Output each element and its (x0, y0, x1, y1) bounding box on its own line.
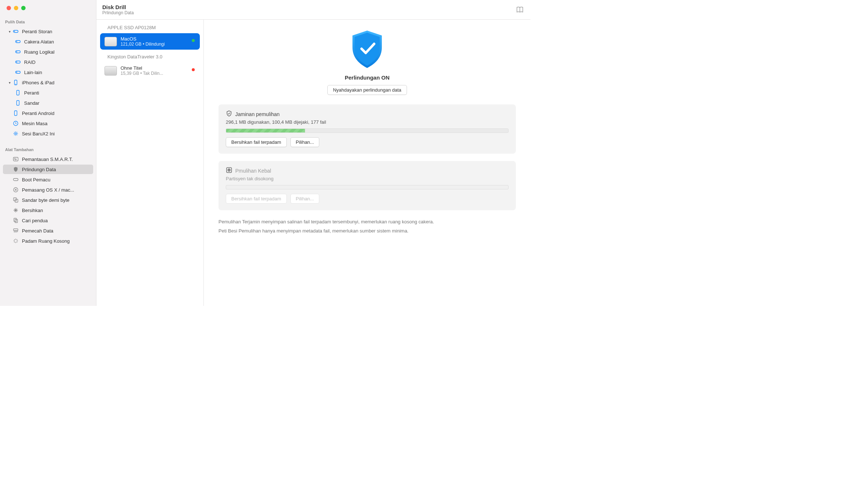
disk-icon (12, 28, 19, 35)
sidebar-label: Lain-lain (24, 70, 42, 75)
sidebar-item-osx-installer[interactable]: ▾ Pemasang OS X / mac... (3, 185, 93, 195)
svg-point-28 (229, 170, 229, 170)
sidebar-item-storage-devices[interactable]: ▾ Peranti Storan (3, 27, 93, 36)
recovery-vault-card: Pmulihan Kebal Partisyen tak disokong Be… (218, 161, 516, 210)
status-dot-unprotected (192, 68, 195, 71)
svg-rect-18 (14, 178, 18, 181)
device-group-header: Kingston DataTraveler 3.0 (96, 52, 203, 61)
vault-progress (226, 185, 509, 189)
fullscreen-window-button[interactable] (21, 6, 26, 10)
shield-check-icon (350, 29, 385, 69)
svg-point-7 (16, 62, 17, 62)
device-list: APPLE SSD AP0128M MacOS 121,02 GB • Dili… (96, 0, 204, 306)
footer-text: Pemulihan Terjamin menyimpan salinan fai… (218, 218, 516, 235)
sidebar-item-other[interactable]: Lain-lain (3, 68, 93, 77)
svg-rect-26 (226, 168, 232, 173)
device-row-ohne-titel[interactable]: Ohne Titel 15,39 GB • Tak Dilin... (100, 62, 200, 79)
protection-status: Perlindungan ON (218, 74, 516, 81)
sidebar-item-smart[interactable]: ▾ Pemantauan S.M.A.R.T. (3, 154, 93, 164)
sidebar-label: Pemasang OS X / mac... (22, 187, 74, 193)
device-row-macos[interactable]: MacOS 121,02 GB • Dilindungi (100, 33, 200, 50)
options-button-disabled: Pilihan... (290, 194, 320, 204)
disk-icon (15, 49, 21, 55)
sidebar-item-cleanup[interactable]: ▾ Bersihkan (3, 205, 93, 215)
phone-icon (12, 110, 19, 116)
recovery-progress (226, 128, 509, 133)
external-drive-icon (104, 66, 117, 76)
main-content: Disk Drill Prlindungn Data Perlindungan … (204, 0, 530, 306)
svg-point-1 (14, 31, 15, 31)
sidebar-label: Pemantauan S.M.A.R.T. (22, 157, 73, 162)
sidebar-section-tools: Alat Tambahan (0, 145, 96, 154)
device-sub: 121,02 GB • Dilindungi (121, 42, 195, 47)
sidebar-item-boot-drive[interactable]: ▾ Boot Pemacu (3, 175, 93, 184)
device-sub: 15,39 GB • Tak Dilin... (121, 71, 195, 76)
sidebar-label: Ruang Logikal (24, 49, 54, 55)
svg-rect-24 (14, 229, 18, 231)
phone-icon (12, 79, 19, 86)
disk-icon (15, 38, 21, 45)
sidebar-item-dock[interactable]: Sandar (3, 98, 93, 108)
chevron-down-icon: ▾ (7, 81, 12, 85)
close-window-button[interactable] (7, 6, 11, 10)
svg-point-5 (16, 51, 17, 52)
footer-line-1: Pemulihan Terjamin menyimpan salinan fai… (218, 218, 516, 227)
sidebar-label: Padam Ruang Kosong (22, 238, 70, 244)
svg-rect-12 (17, 91, 19, 95)
disk-icon (15, 59, 21, 65)
sidebar-label: Cakera Alatan (24, 39, 54, 45)
sidebar-label: Sandar (24, 100, 39, 106)
sidebar-label: Mesin Masa (22, 121, 47, 126)
sidebar-label: Sandar byte demi byte (22, 197, 69, 203)
sidebar-item-data-protection[interactable]: ▾ Prlindungn Data (3, 165, 93, 174)
sidebar-item-new-session[interactable]: ▾ Sesi BaruX2 Ini (3, 129, 93, 138)
svg-point-9 (16, 72, 17, 72)
sidebar-label: RAID (24, 59, 35, 65)
drive-icon (12, 176, 19, 183)
device-group-header: APPLE SSD AP0128M (96, 23, 203, 32)
sidebar-item-find-duplicates[interactable]: ▾ Cari pendua (3, 216, 93, 225)
card-subtext: 296,1 MB digunakan, 100,4 MB dijejaki, 1… (226, 119, 509, 125)
sidebar-item-time-machine[interactable]: ▾ Mesin Masa (3, 119, 93, 128)
svg-point-3 (16, 41, 17, 42)
svg-point-27 (228, 169, 231, 172)
options-button[interactable]: Pilihan... (290, 137, 320, 147)
minimize-window-button[interactable] (14, 6, 18, 10)
sidebar-label: Peranti Storan (22, 29, 52, 34)
sidebar-label: Peranti (24, 90, 39, 96)
sidebar: Pulih Data ▾ Peranti Storan Cakera Alata… (0, 0, 96, 306)
sidebar-item-raid[interactable]: RAID (3, 57, 93, 67)
sidebar-item-tool-drive[interactable]: Cakera Alatan (3, 37, 93, 46)
vault-icon (226, 167, 232, 174)
device-name: MacOS (121, 36, 195, 42)
sidebar-item-data-shredder[interactable]: ▾ Pemecah Data (3, 226, 93, 235)
sidebar-label: Bersihkan (22, 208, 43, 213)
phone-icon (15, 89, 21, 96)
clean-deleted-files-button[interactable]: Bersihkan fail terpadam (226, 137, 287, 147)
sidebar-item-erase-free-space[interactable]: ▾ Padam Ruang Kosong (3, 236, 93, 246)
disable-protection-button[interactable]: Nyahdayakan perlindungan data (327, 85, 407, 95)
backup-icon (12, 197, 19, 203)
svg-rect-13 (17, 101, 19, 105)
titlebar: Disk Drill Prlindungn Data (96, 0, 530, 20)
sidebar-label: Boot Pemacu (22, 177, 50, 182)
gear-icon (12, 130, 19, 137)
sidebar-item-byte-backup[interactable]: ▾ Sandar byte demi byte (3, 195, 93, 205)
device-name: Ohne Titel (121, 65, 195, 71)
shield-icon (12, 166, 19, 173)
sidebar-item-android[interactable]: ▾ Peranti Android (3, 108, 93, 118)
sidebar-label: Prlindungn Data (22, 167, 56, 172)
sidebar-label: Sesi BaruX2 Ini (22, 131, 55, 136)
sidebar-item-device[interactable]: Peranti (3, 88, 93, 97)
shredder-icon (12, 227, 19, 234)
sidebar-section-recover: Pulih Data (0, 17, 96, 26)
help-book-icon[interactable] (516, 6, 524, 15)
sidebar-item-iphones-ipad[interactable]: ▾ iPhones & iPad (3, 78, 93, 87)
sidebar-item-logical-space[interactable]: Ruang Logikal (3, 47, 93, 57)
sidebar-label: Pemecah Data (22, 228, 53, 234)
card-title: Pmulihan Kebal (235, 168, 271, 174)
svg-point-16 (15, 133, 16, 134)
card-subtext: Partisyen tak disokong (226, 176, 509, 181)
clock-icon (12, 120, 19, 127)
burst-icon (12, 238, 19, 244)
